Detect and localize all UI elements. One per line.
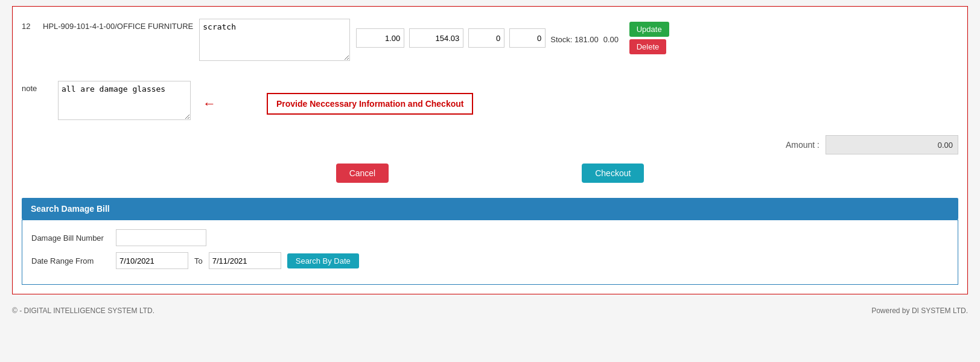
field1-input[interactable] [468,28,504,48]
footer: © - DIGITAL INTELLIGENCE SYSTEM LTD. Pow… [0,300,980,321]
search-body: Damage Bill Number Date Range From To Se… [22,220,958,285]
cancel-button[interactable]: Cancel [336,164,389,183]
amount-value: 0.00 [826,135,958,154]
amount-row: Amount : 0.00 [22,132,958,157]
tooltip-box: Provide Neccessary Information and Check… [267,93,473,115]
date-to-input[interactable] [209,252,281,269]
item-number: 12 [22,19,37,31]
item-description-area [199,19,350,63]
powered-by-text: Powered by DI SYSTEM LTD. [871,306,968,315]
item-code: HPL-909-101-4-1-00/OFFICE FURNITURE [43,19,193,31]
note-row: note [22,75,191,126]
action-buttons-group: Update Delete [629,22,669,54]
price-input[interactable] [409,28,463,48]
checkout-button[interactable]: Checkout [582,164,644,183]
note-label: note [22,81,52,93]
search-by-date-button[interactable]: Search By Date [287,253,359,268]
main-container: 12 HPL-909-101-4-1-00/OFFICE FURNITURE S… [12,6,968,294]
to-label: To [194,256,203,265]
amount-label: Amount : [786,140,819,150]
middle-section: note ← Provide Neccessary Information an… [22,69,958,132]
search-title: Search Damage Bill [31,204,110,214]
stock-label: Stock: 181.00 [550,32,599,44]
damage-bill-input[interactable] [116,229,206,246]
update-button[interactable]: Update [629,22,669,37]
checkout-area: Checkout [401,164,644,183]
scratch-textarea[interactable] [199,19,350,61]
delete-button[interactable]: Delete [629,39,667,54]
action-row: Cancel Checkout [22,157,958,192]
field2-input[interactable] [509,28,546,48]
arrow-left-icon: ← [203,96,216,112]
search-header: Search Damage Bill [22,198,958,220]
item-inputs: Stock: 181.00 0.00 Update Delete [356,22,669,54]
search-section: Search Damage Bill Damage Bill Number Da… [22,198,958,285]
item-row-12: 12 HPL-909-101-4-1-00/OFFICE FURNITURE S… [22,16,958,69]
note-textarea[interactable] [58,81,191,120]
tooltip-text: Provide Neccessary Information and Check… [276,99,463,109]
damage-bill-row: Damage Bill Number [31,229,949,246]
date-range-row: Date Range From To Search By Date [31,252,949,269]
copyright-text: © - DIGITAL INTELLIGENCE SYSTEM LTD. [12,306,154,315]
tooltip-area: ← Provide Neccessary Information and Che… [203,93,473,115]
damage-bill-label: Damage Bill Number [31,233,110,243]
date-from-input[interactable] [116,252,188,269]
qty-input[interactable] [356,28,404,48]
stock-value: 0.00 [603,32,625,44]
date-range-label: Date Range From [31,256,110,265]
